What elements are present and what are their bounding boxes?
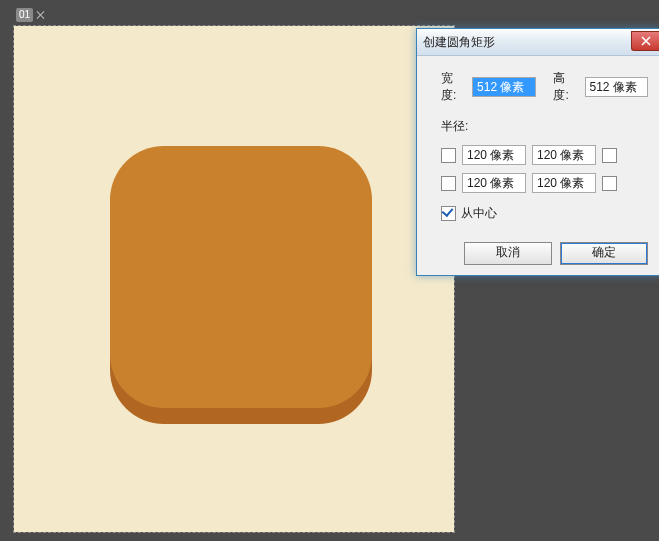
lock-bottom-left-checkbox[interactable] (441, 176, 456, 191)
height-label: 高度: (553, 70, 580, 104)
cancel-button[interactable]: 取消 (464, 242, 552, 265)
canvas[interactable] (14, 26, 454, 532)
radius-label: 半径: (441, 118, 648, 135)
from-center-label: 从中心 (461, 205, 497, 222)
tab-number: 01 (16, 8, 33, 22)
dialog-buttons: 取消 确定 (441, 242, 648, 265)
create-rounded-rect-dialog: 创建圆角矩形 宽度: 512 像素 高度: 512 像素 半径: 120 像素 … (416, 28, 659, 276)
size-row: 宽度: 512 像素 高度: 512 像素 (441, 70, 648, 104)
radius-top-right-input[interactable]: 120 像素 (532, 145, 596, 165)
lock-bottom-right-checkbox[interactable] (602, 176, 617, 191)
radius-bottom-right-input[interactable]: 120 像素 (532, 173, 596, 193)
radius-top-left-input[interactable]: 120 像素 (462, 145, 526, 165)
radius-bottom-left-input[interactable]: 120 像素 (462, 173, 526, 193)
dialog-body: 宽度: 512 像素 高度: 512 像素 半径: 120 像素 120 像素 … (417, 56, 659, 277)
dialog-close-button[interactable] (631, 31, 659, 51)
lock-top-right-checkbox[interactable] (602, 148, 617, 163)
width-label: 宽度: (441, 70, 468, 104)
from-center-checkbox[interactable] (441, 206, 456, 221)
radius-row-bottom: 120 像素 120 像素 (441, 173, 648, 193)
width-input[interactable]: 512 像素 (472, 77, 536, 97)
dialog-title: 创建圆角矩形 (423, 34, 495, 51)
lock-top-left-checkbox[interactable] (441, 148, 456, 163)
ok-button[interactable]: 确定 (560, 242, 648, 265)
close-icon (641, 36, 651, 46)
from-center-row: 从中心 (441, 205, 648, 222)
close-icon[interactable] (35, 9, 47, 21)
rounded-rect-shape[interactable] (110, 146, 372, 408)
document-tab[interactable]: 01 (16, 8, 47, 22)
height-input[interactable]: 512 像素 (585, 77, 649, 97)
dialog-titlebar[interactable]: 创建圆角矩形 (417, 29, 659, 56)
editor-workspace: 01 (0, 0, 460, 541)
radius-row-top: 120 像素 120 像素 (441, 145, 648, 165)
